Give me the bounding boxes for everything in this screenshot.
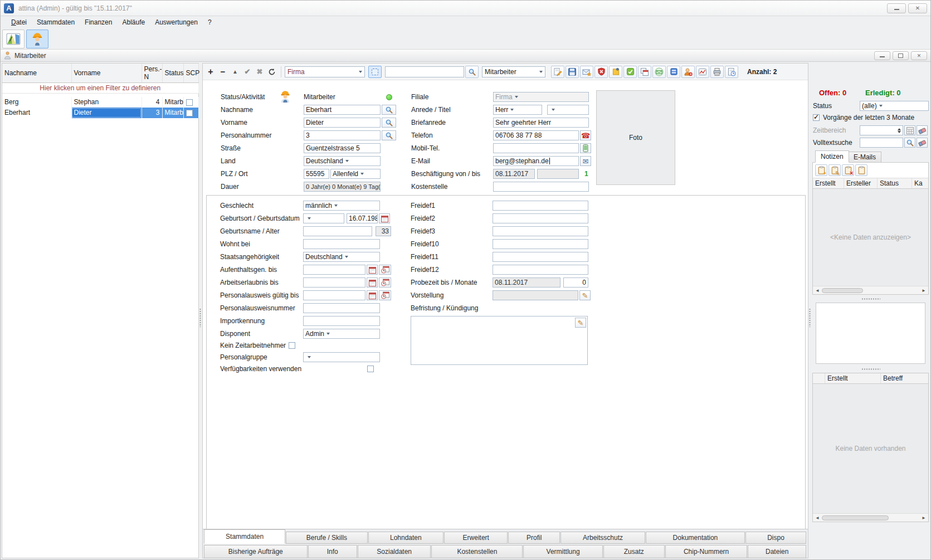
mails-hscrollbar[interactable]: ◄ ► <box>813 513 928 522</box>
kostenstelle-input[interactable] <box>493 182 589 192</box>
mobile-call-button[interactable] <box>580 143 591 153</box>
wohnt-bei-input[interactable] <box>303 239 380 249</box>
arbeitserlaubnis-input[interactable] <box>303 277 365 288</box>
tab-emails[interactable]: E-Mails <box>848 152 881 163</box>
cell-persnr[interactable]: 3 <box>142 108 162 118</box>
filter-hint[interactable]: Hier klicken um einen Filter zu definier… <box>2 83 198 94</box>
personalnummer-input[interactable]: 3 <box>304 130 381 140</box>
probezeit-monate[interactable]: 0 <box>563 277 588 288</box>
tab-arbeitsschutz[interactable]: Arbeitsschutz <box>560 532 645 544</box>
scroll-right-icon[interactable]: ► <box>922 515 926 520</box>
close-button[interactable]: ✕ <box>908 3 927 13</box>
volltextsuche-input[interactable] <box>860 138 903 148</box>
child-close-button[interactable]: ✕ <box>911 51 927 60</box>
land-select[interactable]: Deutschland <box>304 156 381 166</box>
scroll-right-icon[interactable]: ► <box>922 288 926 293</box>
col-status[interactable]: Status <box>878 178 912 188</box>
strasse-input[interactable]: Guentzelstrasse 5 <box>304 143 381 153</box>
ausweis-calendar-button[interactable] <box>367 290 378 300</box>
col-kategorie[interactable]: Ka <box>912 178 928 188</box>
left-splitter[interactable] <box>199 63 202 558</box>
menu-ablaeufe[interactable]: Abläufe <box>117 17 150 27</box>
aufenthaltsgen-input[interactable] <box>303 265 365 275</box>
freidef1-input[interactable] <box>493 201 588 211</box>
volltextsuche-clear-button[interactable] <box>917 138 928 148</box>
notes-hscrollbar[interactable]: ◄ ► <box>813 286 928 294</box>
print-button[interactable] <box>710 66 724 78</box>
menu-help[interactable]: ? <box>203 17 217 27</box>
tab-erweitert[interactable]: Erweitert <box>444 532 508 544</box>
tab-kostenstellen[interactable]: Kostenstellen <box>431 545 523 558</box>
verfuegbarkeiten-checkbox[interactable] <box>367 366 374 372</box>
geburtsdatum-calendar-button[interactable] <box>379 213 390 223</box>
edit-document-button[interactable] <box>551 66 564 78</box>
cell-nachname[interactable]: Berg <box>2 97 71 108</box>
vorstellung-edit-button[interactable]: ✎ <box>579 290 591 300</box>
personalgruppe-select[interactable] <box>303 352 380 362</box>
aufenthaltsgen-calendar-button[interactable] <box>367 265 378 275</box>
cell-vorname[interactable]: Stephan <box>71 97 142 108</box>
tab-profil[interactable]: Profil <box>508 532 560 544</box>
freidef3-input[interactable] <box>493 226 588 236</box>
note-add-button[interactable]: ✦ <box>815 164 827 176</box>
vorname-search-button[interactable] <box>382 118 396 128</box>
entity-select[interactable]: Mitarbeiter <box>482 66 545 77</box>
plz-input[interactable]: 55595 <box>304 169 329 179</box>
arbeitserlaubnis-reminder-button[interactable] <box>379 277 391 288</box>
tab-stammdaten[interactable]: Stammdaten <box>204 529 285 544</box>
mitarbeiter-module-button[interactable] <box>26 30 48 48</box>
scroll-left-icon[interactable]: ◄ <box>815 288 820 293</box>
note-view-button[interactable] <box>855 164 867 176</box>
col-ersteller[interactable]: Ersteller <box>844 178 878 188</box>
geschlecht-select[interactable]: männlich <box>303 201 380 211</box>
save-button[interactable] <box>566 66 579 78</box>
search-input[interactable] <box>385 66 464 77</box>
col-persnr[interactable]: Pers.-N <box>142 64 162 83</box>
scroll-thumb[interactable] <box>822 515 889 520</box>
tab-dateien[interactable]: Dateien <box>748 545 806 558</box>
confirm-button[interactable]: ✔ <box>242 66 253 77</box>
send-email-button[interactable]: ✉ <box>580 156 591 166</box>
befristung-textarea[interactable]: ✎ <box>411 316 588 365</box>
nachname-input[interactable]: Eberhart <box>304 105 381 115</box>
col-status[interactable]: Status <box>162 64 183 83</box>
tab-notizen[interactable]: Notizen <box>815 150 849 163</box>
befristung-edit-button[interactable]: ✎ <box>575 318 586 328</box>
zeitbereich-clear-button[interactable] <box>917 125 928 135</box>
menu-auswertungen[interactable]: Auswertungen <box>150 17 203 27</box>
col-nachname[interactable]: Nachname <box>2 64 71 83</box>
notes-splitter[interactable] <box>811 297 930 301</box>
vorgaenge-checkbox[interactable] <box>813 114 820 121</box>
copy-schedule-button[interactable] <box>638 66 651 78</box>
geburtsort-select[interactable] <box>303 213 344 223</box>
child-minimize-button[interactable] <box>874 51 890 60</box>
cell-scp[interactable] <box>183 97 198 108</box>
cancel-button[interactable]: ✖ <box>254 66 265 77</box>
call-button[interactable]: ☎ <box>580 130 591 140</box>
note-delete-button[interactable]: ✕ <box>842 164 854 176</box>
scp-checkbox[interactable] <box>186 99 193 106</box>
tab-dispo[interactable]: Dispo <box>745 532 806 544</box>
archive-button[interactable] <box>667 66 680 78</box>
delete-record-button[interactable]: − <box>217 66 228 77</box>
ausweisnummer-input[interactable] <box>303 303 380 313</box>
geburtsdatum-input[interactable]: 16.07.1984 <box>347 213 378 223</box>
add-record-button[interactable]: + <box>205 66 216 77</box>
cell-nachname[interactable]: Eberhart <box>2 108 71 118</box>
tab-info[interactable]: Info <box>308 545 357 558</box>
importkennung-input[interactable] <box>303 316 380 326</box>
menu-stammdaten[interactable]: Stammdaten <box>32 17 80 27</box>
ausweis-reminder-button[interactable] <box>379 290 391 300</box>
tab-dokumentation[interactable]: Dokumentation <box>646 532 745 544</box>
photo-placeholder[interactable]: Foto <box>596 90 675 185</box>
filter-row[interactable]: Hier klicken um einen Filter zu definier… <box>2 83 198 94</box>
firma-filter-select[interactable]: Firma <box>285 66 365 77</box>
child-restore-button[interactable] <box>893 51 909 60</box>
ort-select[interactable]: Allenfeld <box>330 169 381 179</box>
mobil-input[interactable] <box>493 143 579 153</box>
menu-datei[interactable]: Datei <box>6 17 32 27</box>
freidef11-input[interactable] <box>493 252 588 262</box>
scroll-left-icon[interactable]: ◄ <box>815 515 820 520</box>
group-mail-button[interactable] <box>652 66 666 78</box>
table-row-selected[interactable]: Eberhart Dieter 3 Mitarb <box>2 108 198 118</box>
